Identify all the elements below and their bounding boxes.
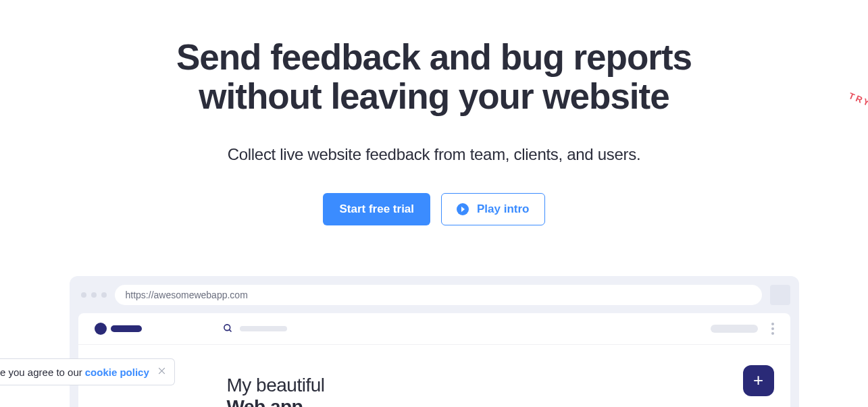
- traffic-light-dot: [81, 292, 86, 298]
- browser-tab-placeholder: [770, 285, 790, 305]
- cta-row: Start free trial Play intro: [0, 193, 868, 225]
- add-feedback-button[interactable]: +: [743, 365, 774, 396]
- topbar-right-placeholder: [711, 325, 758, 333]
- traffic-light-dot: [101, 292, 107, 298]
- app-logo-bar: [111, 325, 142, 332]
- app-heading: My beautiful Web app: [227, 375, 774, 407]
- browser-chrome-bar: https://awesomewebapp.com: [78, 285, 790, 313]
- cookie-text: e you agree to our: [0, 367, 82, 378]
- app-topbar: [78, 313, 790, 345]
- hero-subtitle: Collect live website feedback from team,…: [0, 145, 868, 164]
- svg-line-1: [229, 329, 231, 331]
- cookie-close-button[interactable]: [157, 366, 166, 378]
- svg-point-0: [224, 325, 230, 331]
- address-bar[interactable]: https://awesomewebapp.com: [115, 285, 762, 305]
- traffic-light-dot: [91, 292, 97, 298]
- kebab-menu-icon[interactable]: [771, 323, 774, 335]
- app-heading-line2: Web app: [227, 396, 774, 407]
- play-intro-label: Play intro: [477, 202, 529, 216]
- search-icon: [223, 323, 233, 333]
- cookie-policy-link[interactable]: cookie policy: [85, 367, 149, 378]
- search-placeholder-ghost: [240, 326, 287, 331]
- hero-title-line1: Send feedback and bug reports: [176, 37, 692, 77]
- address-url: https://awesomewebapp.com: [126, 290, 248, 300]
- app-logo-dot-icon: [95, 323, 107, 335]
- start-free-trial-button[interactable]: Start free trial: [323, 193, 430, 225]
- browser-mockup: https://awesomewebapp.com My beautiful W…: [70, 276, 799, 407]
- hero-title: Send feedback and bug reports without le…: [0, 38, 868, 117]
- hero-title-line2: without leaving your website: [199, 76, 669, 116]
- play-icon: [457, 203, 469, 215]
- demo-app: My beautiful Web app +: [78, 313, 790, 407]
- play-intro-button[interactable]: Play intro: [441, 193, 544, 225]
- app-heading-line1: My beautiful: [227, 375, 774, 396]
- cookie-consent-bar: e you agree to our cookie policy: [0, 358, 175, 385]
- plus-icon: +: [753, 370, 763, 391]
- search-area[interactable]: [223, 323, 287, 333]
- traffic-lights: [81, 292, 107, 298]
